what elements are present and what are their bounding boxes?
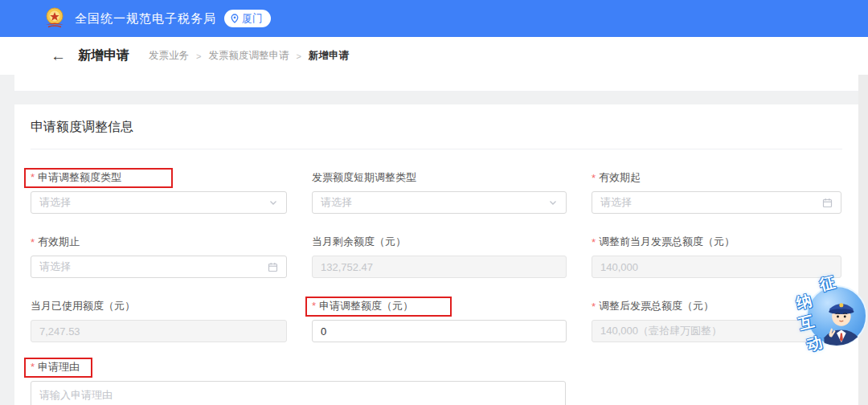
- annotation-box: * 申请调整额度（元）: [305, 297, 452, 317]
- date-placeholder: 请选择: [600, 195, 632, 210]
- form-grid: * 申请调整额度类型 请选择 发票额度短期调整类型 请选择 * 有效期起 请选择: [31, 169, 842, 342]
- valid-from-datepicker[interactable]: 请选择: [592, 191, 841, 214]
- field-valid-from: * 有效期起 请选择: [592, 169, 841, 214]
- field-apply-reason: * 申请理由 0/1000: [31, 358, 842, 405]
- select-placeholder: 请选择: [321, 195, 352, 210]
- calendar-icon: [822, 198, 833, 208]
- breadcrumb-item-quota-adjust[interactable]: 发票额度调整申请: [208, 49, 289, 63]
- chevron-down-icon: [548, 198, 558, 207]
- location-pin-icon: [230, 14, 240, 23]
- breadcrumb-item-current: 新增申请: [309, 49, 349, 63]
- page-title: 新增申请: [78, 47, 129, 64]
- field-label: 当月剩余额度（元）: [312, 235, 406, 249]
- field-label: 发票额度短期调整类型: [312, 170, 416, 185]
- mascot-char: 征: [818, 274, 837, 292]
- field-label: 申请调整额度类型: [38, 170, 121, 185]
- field-adjust-quota-type: * 申请调整额度类型 请选择: [31, 169, 287, 214]
- valid-to-datepicker[interactable]: 请选择: [31, 256, 287, 278]
- select-placeholder: 请选择: [39, 195, 71, 210]
- required-marker: *: [592, 236, 596, 248]
- required-marker: *: [312, 300, 316, 312]
- field-label: 调整前当月发票总额度（元）: [599, 235, 735, 249]
- month-remaining-quota-input: [312, 256, 567, 278]
- required-marker: *: [31, 361, 35, 373]
- apply-adjust-amount-input[interactable]: [312, 320, 567, 342]
- field-label: 有效期起: [599, 170, 641, 185]
- date-placeholder: 请选择: [39, 260, 71, 274]
- field-label: 当月已使用额度（元）: [31, 299, 135, 313]
- app-header: 全国统一规范电子税务局 厦门: [0, 0, 868, 37]
- section-divider: [31, 149, 842, 149]
- field-apply-adjust-amount: * 申请调整额度（元）: [312, 297, 567, 342]
- field-label: 有效期止: [38, 235, 80, 249]
- scrolled-card-remnant: [14, 75, 858, 91]
- breadcrumb: 发票业务 > 发票额度调整申请 > 新增申请: [149, 49, 349, 63]
- section-title: 申请额度调整信息: [31, 104, 842, 136]
- required-marker: *: [592, 172, 596, 184]
- quota-adjust-form-card: 申请额度调整信息 * 申请调整额度类型 请选择 发票额度短期调整类型 请选择 *: [14, 104, 858, 405]
- calendar-icon: [268, 262, 278, 272]
- required-marker: *: [592, 301, 596, 313]
- field-month-used-quota: 当月已使用额度（元）: [31, 297, 287, 342]
- chevron-down-icon: [268, 198, 278, 207]
- field-label: 调整后发票总额度（元）: [599, 299, 714, 313]
- field-label: 申请调整额度（元）: [319, 299, 413, 313]
- location-label: 厦门: [242, 11, 263, 26]
- tax-interaction-assistant-widget[interactable]: 征 纳 互 动: [789, 272, 868, 360]
- location-badge[interactable]: 厦门: [224, 10, 271, 27]
- field-short-term-type: 发票额度短期调整类型 请选择: [312, 169, 567, 214]
- field-month-remaining-quota: 当月剩余额度（元）: [312, 233, 567, 278]
- annotation-box: * 申请理由: [24, 358, 92, 378]
- field-valid-to: * 有效期止 请选择: [31, 233, 287, 278]
- breadcrumb-bar: ← 新增申请 发票业务 > 发票额度调整申请 > 新增申请: [0, 37, 868, 75]
- back-arrow-icon[interactable]: ←: [51, 48, 66, 63]
- field-label: 申请理由: [38, 360, 80, 374]
- app-title: 全国统一规范电子税务局: [75, 11, 216, 27]
- breadcrumb-separator: >: [296, 51, 301, 61]
- tax-bureau-emblem-icon: [42, 6, 68, 31]
- required-marker: *: [31, 236, 35, 248]
- breadcrumb-separator: >: [196, 51, 201, 61]
- apply-reason-textarea[interactable]: [31, 381, 566, 405]
- short-term-type-select[interactable]: 请选择: [312, 191, 567, 214]
- adjust-quota-type-select[interactable]: 请选择: [31, 191, 287, 214]
- breadcrumb-item-invoice-business[interactable]: 发票业务: [149, 49, 189, 63]
- month-used-quota-input: [31, 320, 287, 342]
- required-marker: *: [31, 171, 35, 183]
- annotation-box: * 申请调整额度类型: [24, 168, 173, 188]
